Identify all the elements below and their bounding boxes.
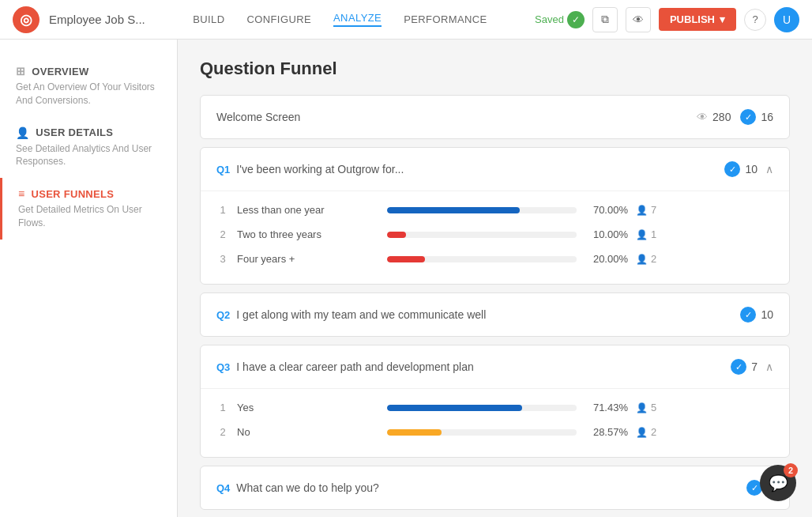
sidebar-desc-user-details: See Detailed Analytics And User Response…	[16, 142, 161, 169]
answer-num: 2	[216, 228, 229, 240]
overview-icon: ⊞	[16, 65, 25, 77]
user-icon: 👤	[636, 229, 648, 240]
answer-users: 👤 2	[636, 253, 656, 265]
q1-header: Q1 I've been working at Outgrow for... ✓…	[201, 148, 789, 191]
q4-card: Q4 What can we do to help you? ✓ 0	[200, 466, 790, 510]
sidebar-desc-overview: Get An Overview Of Your Visitors And Con…	[16, 81, 161, 108]
answer-num: 1	[216, 402, 229, 413]
preview-icon-btn[interactable]: 👁	[626, 7, 651, 32]
chat-icon: 💬	[769, 474, 788, 492]
help-button[interactable]: ?	[744, 9, 766, 31]
q1-label: Q1	[216, 164, 230, 175]
saved-status: Saved ✓	[535, 11, 585, 28]
q3-card: Q3 I have a clear career path and develo…	[200, 345, 790, 458]
answer-bar-container	[387, 256, 577, 262]
welcome-screen-header: Welcome Screen 👁 280 ✓ 16	[201, 96, 789, 138]
q1-answers: 1 Less than one year 70.00% 👤 7 2 Two to…	[201, 191, 789, 284]
nav-right: Saved ✓ ⧉ 👁 PUBLISH ▾ ? U	[535, 7, 799, 32]
user-icon: 👤	[636, 205, 648, 216]
q3-label: Q3	[216, 361, 230, 373]
q1-card: Q1 I've been working at Outgrow for... ✓…	[200, 147, 790, 285]
answer-bar-fill	[387, 207, 520, 213]
answer-pct: 10.00%	[585, 228, 628, 240]
topnav: ◎ Employee Job S... BUILD CONFIGURE ANAL…	[0, 0, 812, 40]
sidebar-item-user-details[interactable]: 👤 USER DETAILS See Detailed Analytics An…	[0, 117, 177, 179]
q4-text: What can we do to help you?	[236, 481, 737, 494]
q2-completions: ✓ 10	[740, 307, 773, 323]
chat-bubble[interactable]: 💬 2	[760, 465, 796, 501]
completions-count: 16	[761, 111, 773, 123]
answer-pct: 71.43%	[585, 402, 628, 413]
answer-users: 👤 5	[636, 402, 656, 413]
answer-users: 👤 7	[636, 204, 656, 216]
layout: ⊞ OVERVIEW Get An Overview Of Your Visit…	[0, 40, 812, 517]
user-funnels-icon: ≡	[18, 187, 24, 200]
q2-text: I get along with my team and we communic…	[236, 308, 731, 321]
user-icon: 👤	[636, 254, 648, 265]
views-count: 280	[712, 111, 731, 123]
answer-num: 3	[216, 253, 229, 265]
q2-card: Q2 I get along with my team and we commu…	[200, 292, 790, 337]
answer-pct: 70.00%	[585, 204, 628, 216]
nav-configure[interactable]: CONFIGURE	[246, 13, 311, 25]
sidebar-item-user-funnels[interactable]: ≡ USER FUNNELS Get Detailed Metrics On U…	[0, 178, 177, 240]
q3-check-icon: ✓	[731, 359, 746, 375]
answer-num: 2	[216, 426, 229, 438]
q3-chevron-icon[interactable]: ∧	[765, 360, 773, 373]
answer-bar-fill	[387, 429, 442, 436]
q1-check-icon: ✓	[724, 161, 740, 177]
answer-bar-container	[387, 405, 577, 411]
answer-text: No	[237, 426, 379, 438]
app-logo[interactable]: ◎	[13, 6, 39, 33]
user-avatar[interactable]: U	[774, 7, 799, 32]
sidebar-item-overview[interactable]: ⊞ OVERVIEW Get An Overview Of Your Visit…	[0, 55, 177, 117]
answer-bar-fill	[387, 232, 406, 238]
answer-text: Yes	[237, 402, 379, 413]
welcome-screen-card: Welcome Screen 👁 280 ✓ 16	[200, 95, 790, 139]
q1-answer-1: 1 Less than one year 70.00% 👤 7	[216, 198, 773, 222]
answer-user-count: 7	[651, 204, 656, 216]
answer-users: 👤 2	[636, 426, 656, 438]
q3-header: Q3 I have a clear career path and develo…	[201, 345, 789, 388]
answer-text: Four years +	[237, 253, 379, 265]
answer-user-count: 5	[651, 402, 656, 413]
nav-analyze[interactable]: ANALYZE	[333, 12, 382, 27]
q3-count: 7	[751, 360, 757, 373]
q2-count: 10	[761, 308, 773, 321]
answer-text: Two to three years	[237, 228, 379, 240]
q1-answer-2: 2 Two to three years 10.00% 👤 1	[216, 222, 773, 247]
answer-num: 1	[216, 204, 229, 216]
answer-bar-fill	[387, 256, 425, 262]
q4-label: Q4	[216, 482, 230, 494]
welcome-screen-label: Welcome Screen	[216, 111, 687, 123]
q1-completions: ✓ 10	[724, 161, 757, 177]
completions-check-icon: ✓	[740, 109, 756, 125]
app-title: Employee Job S...	[49, 13, 145, 26]
q3-text: I have a clear career path and developme…	[236, 360, 721, 373]
main-content: Question Funnel Welcome Screen 👁 280 ✓ 1…	[178, 40, 812, 517]
publish-button[interactable]: PUBLISH ▾	[659, 8, 736, 31]
welcome-screen-views: 👁 280	[697, 111, 731, 123]
q4-header: Q4 What can we do to help you? ✓ 0	[201, 466, 789, 509]
q3-answers: 1 Yes 71.43% 👤 5 2 No	[201, 388, 789, 457]
q1-count: 10	[745, 163, 757, 175]
q2-label: Q2	[216, 309, 230, 321]
copy-icon-btn[interactable]: ⧉	[592, 7, 618, 32]
nav-performance[interactable]: PERFORMANCE	[404, 13, 487, 25]
q1-answer-3: 3 Four years + 20.00% 👤 2	[216, 247, 773, 271]
answer-bar-container	[387, 207, 577, 213]
chevron-down-icon: ▾	[720, 13, 725, 25]
answer-bar-fill	[387, 405, 522, 411]
answer-pct: 20.00%	[585, 253, 628, 265]
q3-completions: ✓ 7	[731, 359, 757, 375]
q2-header: Q2 I get along with my team and we commu…	[201, 293, 789, 336]
welcome-screen-completions: ✓ 16	[740, 109, 773, 125]
user-details-icon: 👤	[16, 126, 29, 139]
user-icon: 👤	[636, 402, 648, 413]
user-icon: 👤	[636, 427, 648, 438]
answer-user-count: 2	[651, 253, 656, 265]
q1-chevron-icon[interactable]: ∧	[765, 163, 773, 175]
answer-text: Less than one year	[237, 204, 379, 216]
page-title: Question Funnel	[200, 58, 790, 79]
nav-build[interactable]: BUILD	[193, 13, 224, 25]
